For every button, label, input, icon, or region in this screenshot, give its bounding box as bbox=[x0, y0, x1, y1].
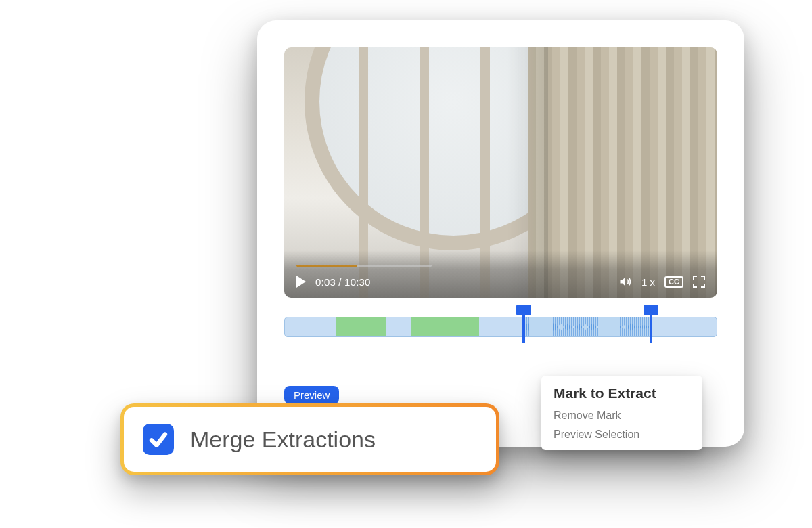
playback-speed[interactable]: 1 x bbox=[641, 276, 655, 288]
selection-handle-end[interactable] bbox=[650, 311, 652, 343]
context-menu: Mark to Extract Remove Mark Preview Sele… bbox=[541, 376, 702, 450]
merge-extractions-option: Merge Extractions bbox=[120, 403, 499, 475]
menu-item-mark-to-extract[interactable]: Mark to Extract bbox=[554, 385, 690, 401]
selection-handle-start[interactable] bbox=[522, 311, 525, 343]
duration: 10:30 bbox=[344, 276, 371, 288]
current-time: 0:03 bbox=[315, 276, 336, 288]
merge-label: Merge Extractions bbox=[190, 426, 376, 453]
play-icon[interactable] bbox=[296, 276, 306, 288]
volume-icon[interactable] bbox=[618, 275, 632, 288]
menu-item-preview-selection[interactable]: Preview Selection bbox=[554, 428, 690, 441]
cc-icon[interactable]: CC bbox=[664, 276, 683, 288]
time-display: 0:03 / 10:30 bbox=[315, 276, 371, 288]
fullscreen-icon[interactable] bbox=[693, 276, 705, 288]
menu-item-remove-mark[interactable]: Remove Mark bbox=[554, 410, 690, 422]
preview-button[interactable]: Preview bbox=[284, 386, 339, 404]
marked-segment[interactable] bbox=[336, 317, 386, 336]
selection-region[interactable] bbox=[522, 317, 650, 336]
merge-checkbox[interactable] bbox=[143, 424, 174, 455]
player-controls: 0:03 / 10:30 1 x CC bbox=[284, 250, 717, 298]
marked-segment[interactable] bbox=[411, 317, 479, 336]
video-preview[interactable]: 0:03 / 10:30 1 x CC bbox=[284, 47, 717, 298]
timeline[interactable] bbox=[284, 311, 717, 340]
